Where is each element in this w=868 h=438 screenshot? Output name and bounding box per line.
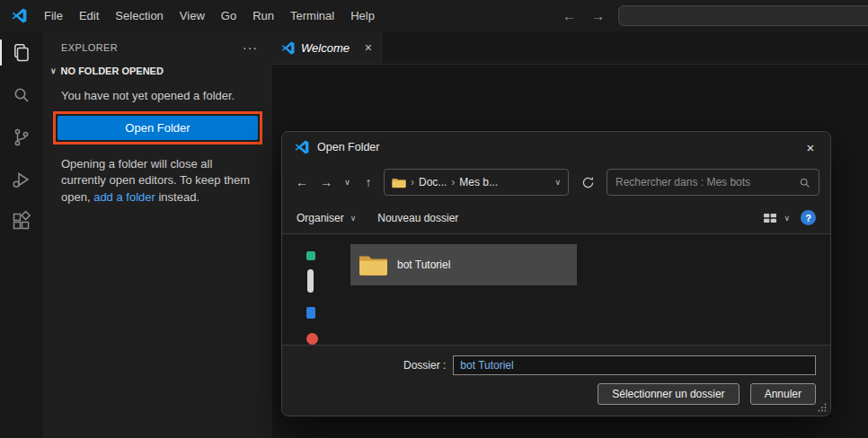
- open-folder-dialog: Open Folder × ← → ∨ ↑ › Doc... › Mes b..…: [281, 131, 831, 416]
- menu-file[interactable]: File: [36, 0, 71, 31]
- file-list: bot Tutoriel: [338, 234, 830, 345]
- section-label: NO FOLDER OPENED: [61, 66, 164, 76]
- dialog-search-input[interactable]: [616, 176, 793, 188]
- search-icon: [11, 84, 32, 106]
- sidebar-note: Opening a folder will close all currentl…: [43, 148, 268, 206]
- help-button[interactable]: ?: [801, 210, 816, 225]
- menu-go[interactable]: Go: [213, 0, 244, 31]
- address-dropdown-icon[interactable]: ∨: [554, 178, 561, 187]
- dialog-navigation-bar: ← → ∨ ↑ › Doc... › Mes b... ∨: [282, 162, 830, 202]
- scrollbar-thumb[interactable]: [307, 269, 314, 293]
- quick-access-pane: [282, 234, 338, 345]
- menu-view[interactable]: View: [172, 0, 213, 31]
- folder-name-input[interactable]: [453, 355, 816, 375]
- vscode-tab-icon: [281, 41, 295, 55]
- organize-label: Organiser: [297, 212, 344, 224]
- chevron-right-icon: ›: [411, 176, 414, 188]
- nav-back-icon[interactable]: ←: [293, 175, 311, 189]
- quick-access-item-icon[interactable]: [306, 307, 315, 319]
- folder-icon: [392, 177, 406, 188]
- annotation-highlight: Open Folder: [53, 111, 262, 145]
- tab-close-icon[interactable]: ×: [365, 40, 372, 55]
- address-bar[interactable]: › Doc... › Mes b... ∨: [384, 169, 569, 196]
- activity-explorer[interactable]: [0, 31, 43, 74]
- organize-menu[interactable]: Organiser ∨: [297, 212, 356, 224]
- folder-item-label: bot Tutoriel: [397, 258, 450, 271]
- titlebar: File Edit Selection View Go Run Terminal…: [0, 0, 868, 31]
- open-folder-button[interactable]: Open Folder: [58, 116, 258, 140]
- command-center-search[interactable]: [618, 5, 868, 26]
- menu-run[interactable]: Run: [244, 0, 282, 31]
- extensions-icon: [11, 211, 32, 232]
- explorer-sidebar: EXPLORER ··· ∨ NO FOLDER OPENED You have…: [43, 31, 272, 438]
- cancel-button[interactable]: Annuler: [750, 383, 816, 405]
- quick-access-item-icon[interactable]: [306, 251, 315, 260]
- refresh-button[interactable]: [575, 170, 600, 195]
- refresh-icon: [581, 176, 595, 189]
- search-icon: [799, 177, 810, 188]
- tab-welcome[interactable]: Welcome ×: [272, 31, 382, 64]
- dialog-close-icon[interactable]: ×: [791, 132, 830, 162]
- empty-folder-message: You have not yet opened a folder.: [43, 78, 272, 102]
- folder-icon: [359, 253, 388, 276]
- source-control-icon: [11, 127, 32, 148]
- chevron-down-icon: ∨: [50, 66, 57, 75]
- breadcrumb-mes-bots[interactable]: Mes b...: [459, 176, 498, 188]
- add-folder-link[interactable]: add a folder: [93, 190, 155, 204]
- activity-search[interactable]: [0, 74, 43, 116]
- section-no-folder-opened[interactable]: ∨ NO FOLDER OPENED: [43, 64, 272, 78]
- menu-edit[interactable]: Edit: [71, 0, 107, 31]
- new-folder-button[interactable]: Nouveau dossier: [377, 212, 458, 224]
- chevron-down-icon: ∨: [784, 214, 790, 223]
- history-back-icon[interactable]: ←: [562, 8, 576, 23]
- activity-run-debug[interactable]: [0, 158, 43, 200]
- vscode-dialog-icon: [295, 140, 309, 154]
- run-debug-icon: [11, 169, 32, 190]
- dialog-body: bot Tutoriel: [282, 234, 830, 345]
- sidebar-header: EXPLORER ···: [43, 31, 272, 64]
- dialog-title: Open Folder: [317, 141, 379, 153]
- files-icon: [11, 42, 32, 64]
- select-folder-button[interactable]: Sélectionner un dossier: [598, 383, 739, 405]
- nav-up-icon[interactable]: ↑: [359, 175, 377, 189]
- sidebar-title: EXPLORER: [61, 42, 118, 53]
- nav-forward-icon[interactable]: →: [317, 175, 335, 189]
- resize-grip-icon[interactable]: [818, 399, 827, 416]
- nav-recent-chevron-icon[interactable]: ∨: [341, 178, 353, 187]
- chevron-down-icon: ∨: [350, 214, 357, 223]
- view-grid-icon: [763, 211, 777, 225]
- folder-item-bot-tutoriel[interactable]: bot Tutoriel: [350, 244, 577, 285]
- activity-bar: [0, 31, 43, 438]
- menu-help[interactable]: Help: [342, 0, 383, 31]
- menu-selection[interactable]: Selection: [107, 0, 171, 31]
- breadcrumb-documents[interactable]: Doc...: [419, 176, 447, 188]
- new-folder-label: Nouveau dossier: [377, 212, 458, 224]
- chevron-right-icon: ›: [451, 176, 455, 188]
- history-forward-icon[interactable]: →: [591, 8, 605, 23]
- menu-terminal[interactable]: Terminal: [282, 0, 342, 31]
- dialog-titlebar: Open Folder ×: [282, 132, 830, 162]
- tab-label: Welcome: [301, 41, 350, 55]
- dialog-command-bar: Organiser ∨ Nouveau dossier ∨ ?: [282, 202, 830, 234]
- dialog-footer: Dossier : Sélectionner un dossier Annule…: [282, 345, 830, 416]
- tab-bar: Welcome ×: [272, 31, 868, 65]
- activity-extensions[interactable]: [0, 200, 43, 242]
- quick-access-item-icon[interactable]: [306, 333, 318, 345]
- more-actions-icon[interactable]: ···: [243, 40, 258, 55]
- activity-source-control[interactable]: [0, 116, 43, 158]
- view-options-button[interactable]: ∨: [763, 211, 790, 225]
- dialog-search-box[interactable]: [607, 169, 819, 196]
- vscode-logo-icon: [12, 8, 27, 23]
- note-text-after: instead.: [155, 190, 199, 204]
- folder-field-label: Dossier :: [403, 359, 446, 372]
